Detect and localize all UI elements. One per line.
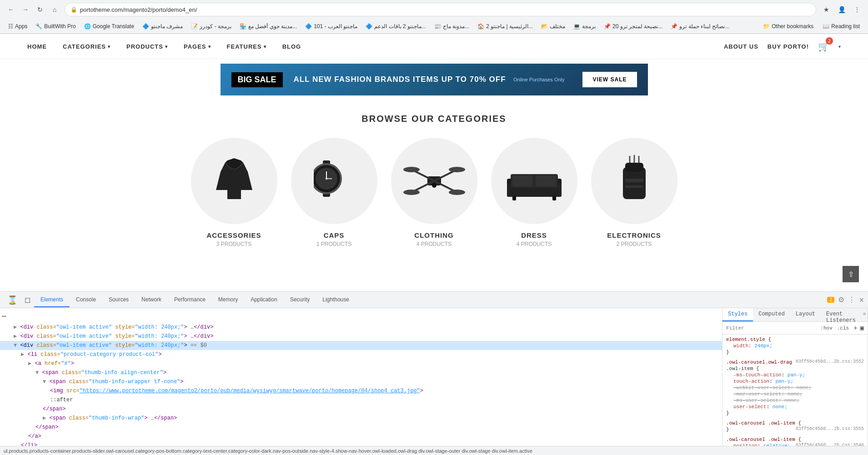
forward-button[interactable]: → — [19, 3, 32, 16]
browser-actions: ★ 👤 ⋮ — [820, 3, 863, 16]
apps-icon: ☷ — [8, 23, 13, 30]
nav-features[interactable]: FEATURES ▾ — [227, 43, 266, 50]
banner: BIG SALE ALL NEW FASHION BRANDS ITEMS UP… — [221, 64, 648, 95]
nav-buy[interactable]: BUY PORTO! — [768, 43, 809, 50]
tips2-label: نصائح لبناء حملة ترو... — [679, 23, 729, 30]
nav-products[interactable]: PRODUCTS ▾ — [126, 43, 168, 50]
joy-icon: 🏪 — [240, 23, 246, 30]
bookmark-joy[interactable]: 🏪 مدينة جوي أفضل مع... — [236, 22, 301, 31]
reading-label: Reading list — [831, 23, 860, 30]
categories-row: ACCESSORIES 3 PRODUCTS — [18, 138, 850, 247]
tips1-label: 20 نصيحة لمتجر ترو... — [612, 23, 662, 30]
reload-button[interactable]: ↻ — [34, 3, 46, 16]
bookmark-misc[interactable]: 📂 مختلف — [537, 22, 569, 31]
bookmark-packages[interactable]: 🔷 ماجنتو 2 باقات الدعم... — [362, 22, 430, 31]
packages-label: ماجنتو 2 باقات الدعم... — [374, 23, 426, 30]
tips1-icon: 📌 — [604, 23, 611, 30]
bookmarks-bar: ☷ Apps 🔧 BuiltWith Pro 🌐 Google Translat… — [0, 19, 868, 34]
banner-wrapper: BIG SALE ALL NEW FASHION BRANDS ITEMS UP… — [0, 59, 868, 100]
banner-sub: Online Purchases Only — [513, 77, 565, 82]
accessories-image — [211, 154, 257, 208]
extensions-button[interactable]: ★ — [820, 3, 833, 16]
bookmark-tips1[interactable]: 📌 20 نصيحة لمتجر ترو... — [600, 22, 666, 31]
builtwith-icon: 🔧 — [35, 23, 42, 30]
svg-rect-24 — [552, 196, 556, 200]
category-item-accessories[interactable]: ACCESSORIES 3 PRODUCTS — [189, 138, 280, 247]
svg-rect-26 — [625, 163, 643, 172]
category-item-dress[interactable]: DRESS 4 PRODUCTS — [489, 138, 580, 247]
cart-badge: 2 — [826, 37, 833, 45]
cat-name-caps: CAPS — [324, 231, 345, 239]
bookmark-builtwith[interactable]: 🔧 BuiltWith Pro — [32, 22, 79, 31]
translate-label: Google Translate — [93, 23, 134, 30]
bookmark-other[interactable]: 📁 Other bookmarks — [759, 22, 817, 31]
lock-icon: 🔒 — [70, 6, 77, 13]
categories-title: BROWSE OUR CATEGORIES — [18, 114, 850, 124]
cat-name-accessories: ACCESSORIES — [206, 231, 261, 239]
profile-button[interactable]: 👤 — [835, 3, 848, 16]
address-bar[interactable]: 🔒 portotheme.com/magento2/porto/demo4_en… — [65, 3, 816, 16]
cat-name-clothing: CLOTHING — [414, 231, 453, 239]
dress-image — [502, 160, 566, 201]
cart-button[interactable]: 🛒 2 — [818, 41, 829, 52]
svg-point-14 — [403, 190, 420, 195]
home-bk-icon: 🏠 — [477, 23, 484, 30]
chevron-down-icon: ▾ — [108, 44, 110, 49]
category-item-electronics[interactable]: ELECTRONICS 2 PRODUCTS — [589, 138, 680, 247]
svg-point-15 — [449, 190, 465, 195]
chevron-down-icon3: ▾ — [208, 44, 211, 49]
banner-big-sale-label: BIG SALE — [231, 72, 283, 87]
url-text: portotheme.com/magento2/porto/demo4_en/ — [80, 6, 197, 13]
bookmark-prog[interactable]: 💻 برمجة — [570, 22, 599, 31]
category-item-caps[interactable]: CAPS 1 PRODUCTS — [289, 138, 380, 247]
cat-count-electronics: 2 PRODUCTS — [617, 241, 652, 247]
bookmark-translate[interactable]: 🌐 Google Translate — [80, 22, 138, 31]
more-button[interactable]: ⋮ — [851, 3, 863, 16]
bookmark-tips2[interactable]: 📌 نصائح لبناء حملة ترو... — [667, 22, 733, 31]
nav-about[interactable]: ABOUT US — [724, 43, 758, 50]
nav-categories[interactable]: CATEGORIES ▾ — [63, 43, 110, 50]
chevron-down-icon2: ▾ — [165, 44, 168, 49]
builtwith-label: BuiltWith Pro — [44, 23, 75, 30]
prog-label: برمجة — [582, 23, 596, 30]
category-circle-accessories — [191, 138, 277, 224]
magento1-label: مشرف ماجنتو — [151, 23, 183, 30]
bookmark-coders[interactable]: 📝 برمجة - كودرز — [187, 22, 235, 31]
home-button[interactable]: ⌂ — [48, 3, 61, 16]
blog-label: مدونة ماج... — [443, 23, 469, 30]
category-circle-caps — [291, 138, 377, 224]
nav-buttons: ← → ↻ ⌂ — [5, 3, 61, 16]
reading-icon: 📖 — [823, 23, 829, 30]
cat-count-accessories: 3 PRODUCTS — [216, 241, 251, 247]
view-sale-button[interactable]: VIEW SALE — [582, 72, 637, 87]
nav-blog[interactable]: BLOG — [282, 43, 301, 50]
packages-icon: 🔷 — [366, 23, 372, 30]
svg-rect-31 — [625, 185, 643, 188]
cat-count-clothing: 4 PRODUCTS — [416, 241, 452, 247]
bookmark-magento1[interactable]: 🔷 مشرف ماجنتو — [139, 22, 186, 31]
bookmark-blog[interactable]: 📰 مدونة ماج... — [431, 22, 473, 31]
other-icon: 📁 — [763, 23, 770, 30]
coders-label: برمجة - كودرز — [200, 23, 231, 30]
nav-home[interactable]: HOME — [27, 43, 47, 50]
bookmark-arab[interactable]: 🔷 ماجنتو العرب - 101 — [301, 22, 361, 31]
cat-name-electronics: ELECTRONICS — [607, 231, 661, 239]
tips2-icon: 📌 — [671, 23, 677, 30]
back-button[interactable]: ← — [5, 3, 17, 16]
nav-pages[interactable]: PAGES ▾ — [184, 43, 211, 50]
website-content: HOME CATEGORIES ▾ PRODUCTS ▾ PAGES ▾ FEA… — [0, 34, 868, 261]
bookmark-apps[interactable]: ☷ Apps — [5, 22, 31, 31]
caps-image — [314, 156, 355, 206]
svg-point-12 — [403, 167, 420, 172]
bookmark-home[interactable]: 🏠 الرئيسية | ماجنتو 2... — [474, 22, 537, 31]
misc-label: مختلف — [550, 23, 565, 30]
other-label: Other bookmarks — [772, 23, 813, 30]
category-circle-dress — [491, 138, 577, 224]
clothing-image — [402, 158, 466, 204]
cat-count-dress: 4 PRODUCTS — [517, 241, 552, 247]
chevron-down-icon4: ▾ — [264, 44, 266, 49]
category-item-clothing[interactable]: CLOTHING 4 PRODUCTS — [389, 138, 480, 247]
bookmark-reading[interactable]: 📖 Reading list — [819, 22, 863, 31]
svg-rect-22 — [536, 175, 556, 186]
cat-name-dress: DRESS — [521, 231, 547, 239]
